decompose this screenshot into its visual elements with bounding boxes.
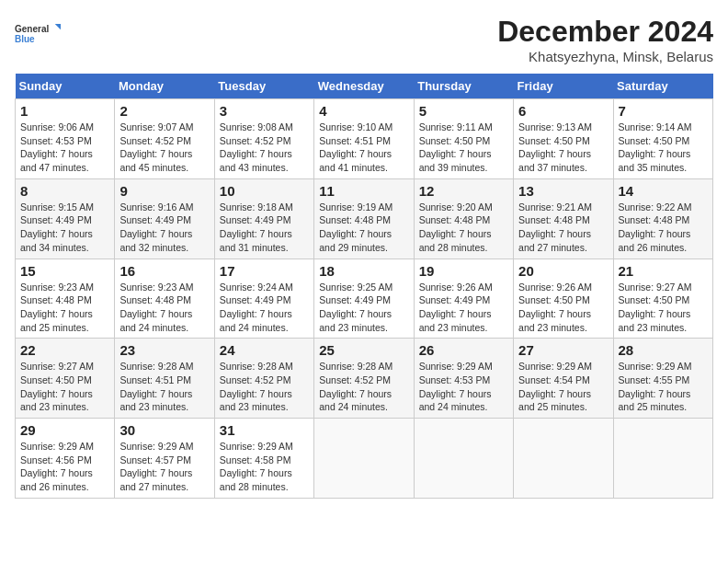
day-number: 26 (419, 342, 508, 358)
calendar-cell: 28Sunrise: 9:29 AM Sunset: 4:55 PM Dayli… (613, 339, 712, 419)
calendar-week-2: 8Sunrise: 9:15 AM Sunset: 4:49 PM Daylig… (16, 178, 713, 259)
calendar-cell: 15Sunrise: 9:23 AM Sunset: 4:48 PM Dayli… (16, 259, 115, 339)
day-info: Sunrise: 9:21 AM Sunset: 4:48 PM Dayligh… (518, 201, 608, 255)
calendar-cell: 12Sunrise: 9:20 AM Sunset: 4:48 PM Dayli… (414, 178, 513, 259)
calendar-cell: 7Sunrise: 9:14 AM Sunset: 4:50 PM Daylig… (613, 99, 712, 179)
day-info: Sunrise: 9:19 AM Sunset: 4:48 PM Dayligh… (319, 201, 408, 255)
day-number: 11 (319, 183, 408, 199)
day-number: 28 (619, 342, 708, 358)
day-number: 6 (518, 103, 608, 119)
day-number: 2 (119, 103, 209, 119)
day-number: 5 (419, 103, 508, 119)
day-info: Sunrise: 9:18 AM Sunset: 4:49 PM Dayligh… (220, 201, 309, 255)
header: General Blue December 2024 Khatsyezhyna,… (15, 15, 713, 64)
header-day-saturday: Saturday (613, 74, 712, 99)
day-number: 1 (20, 103, 109, 119)
header-day-thursday: Thursday (414, 74, 513, 99)
day-info: Sunrise: 9:22 AM Sunset: 4:48 PM Dayligh… (619, 201, 708, 255)
calendar-cell (414, 419, 513, 499)
day-info: Sunrise: 9:28 AM Sunset: 4:52 PM Dayligh… (319, 360, 408, 414)
day-info: Sunrise: 9:14 AM Sunset: 4:50 PM Dayligh… (619, 121, 708, 175)
day-info: Sunrise: 9:29 AM Sunset: 4:55 PM Dayligh… (619, 360, 708, 414)
calendar-cell (613, 419, 712, 499)
day-number: 17 (220, 263, 309, 279)
day-info: Sunrise: 9:27 AM Sunset: 4:50 PM Dayligh… (619, 281, 708, 335)
page-title: December 2024 (497, 15, 713, 49)
header-day-wednesday: Wednesday (314, 74, 414, 99)
day-number: 14 (619, 183, 708, 199)
day-info: Sunrise: 9:29 AM Sunset: 4:58 PM Dayligh… (220, 440, 309, 494)
day-info: Sunrise: 9:23 AM Sunset: 4:48 PM Dayligh… (20, 281, 109, 335)
day-number: 23 (119, 342, 209, 358)
day-number: 31 (220, 422, 309, 438)
day-number: 13 (518, 183, 608, 199)
calendar-cell: 23Sunrise: 9:28 AM Sunset: 4:51 PM Dayli… (115, 339, 214, 419)
calendar-header: SundayMondayTuesdayWednesdayThursdayFrid… (16, 74, 713, 99)
day-number: 20 (518, 263, 608, 279)
day-number: 21 (619, 263, 708, 279)
calendar-cell (514, 419, 613, 499)
day-info: Sunrise: 9:06 AM Sunset: 4:53 PM Dayligh… (20, 121, 109, 175)
day-info: Sunrise: 9:26 AM Sunset: 4:50 PM Dayligh… (518, 281, 608, 335)
day-number: 8 (20, 183, 109, 199)
day-info: Sunrise: 9:11 AM Sunset: 4:50 PM Dayligh… (419, 121, 508, 175)
calendar-cell: 13Sunrise: 9:21 AM Sunset: 4:48 PM Dayli… (514, 178, 613, 259)
logo: General Blue (15, 15, 61, 52)
calendar-cell: 25Sunrise: 9:28 AM Sunset: 4:52 PM Dayli… (314, 339, 414, 419)
calendar-cell: 22Sunrise: 9:27 AM Sunset: 4:50 PM Dayli… (16, 339, 115, 419)
day-number: 9 (119, 183, 209, 199)
day-info: Sunrise: 9:26 AM Sunset: 4:49 PM Dayligh… (419, 281, 508, 335)
day-info: Sunrise: 9:15 AM Sunset: 4:49 PM Dayligh… (20, 201, 109, 255)
day-info: Sunrise: 9:29 AM Sunset: 4:54 PM Dayligh… (518, 360, 608, 414)
day-info: Sunrise: 9:23 AM Sunset: 4:48 PM Dayligh… (119, 281, 209, 335)
day-info: Sunrise: 9:10 AM Sunset: 4:51 PM Dayligh… (319, 121, 408, 175)
calendar-cell: 1Sunrise: 9:06 AM Sunset: 4:53 PM Daylig… (16, 99, 115, 179)
calendar-cell: 9Sunrise: 9:16 AM Sunset: 4:49 PM Daylig… (115, 178, 214, 259)
day-number: 10 (220, 183, 309, 199)
calendar-table: SundayMondayTuesdayWednesdayThursdayFrid… (15, 74, 713, 499)
svg-marker-2 (55, 24, 61, 29)
day-info: Sunrise: 9:08 AM Sunset: 4:52 PM Dayligh… (220, 121, 309, 175)
calendar-week-1: 1Sunrise: 9:06 AM Sunset: 4:53 PM Daylig… (16, 99, 713, 179)
svg-text:Blue: Blue (15, 34, 35, 44)
day-number: 30 (119, 422, 209, 438)
day-number: 29 (20, 422, 109, 438)
logo-svg: General Blue (15, 15, 61, 52)
day-info: Sunrise: 9:24 AM Sunset: 4:49 PM Dayligh… (220, 281, 309, 335)
day-number: 3 (220, 103, 309, 119)
svg-text:General: General (15, 24, 49, 34)
calendar-cell: 17Sunrise: 9:24 AM Sunset: 4:49 PM Dayli… (214, 259, 313, 339)
day-number: 27 (518, 342, 608, 358)
header-day-monday: Monday (115, 74, 214, 99)
calendar-cell: 26Sunrise: 9:29 AM Sunset: 4:53 PM Dayli… (414, 339, 513, 419)
calendar-cell: 24Sunrise: 9:28 AM Sunset: 4:52 PM Dayli… (214, 339, 313, 419)
calendar-cell: 21Sunrise: 9:27 AM Sunset: 4:50 PM Dayli… (613, 259, 712, 339)
day-number: 19 (419, 263, 508, 279)
day-info: Sunrise: 9:20 AM Sunset: 4:48 PM Dayligh… (419, 201, 508, 255)
day-number: 12 (419, 183, 508, 199)
calendar-week-5: 29Sunrise: 9:29 AM Sunset: 4:56 PM Dayli… (16, 419, 713, 499)
calendar-cell: 30Sunrise: 9:29 AM Sunset: 4:57 PM Dayli… (115, 419, 214, 499)
header-day-sunday: Sunday (16, 74, 115, 99)
day-number: 16 (119, 263, 209, 279)
calendar-cell: 5Sunrise: 9:11 AM Sunset: 4:50 PM Daylig… (414, 99, 513, 179)
calendar-cell: 8Sunrise: 9:15 AM Sunset: 4:49 PM Daylig… (16, 178, 115, 259)
day-info: Sunrise: 9:27 AM Sunset: 4:50 PM Dayligh… (20, 360, 109, 414)
day-number: 25 (319, 342, 408, 358)
calendar-cell: 20Sunrise: 9:26 AM Sunset: 4:50 PM Dayli… (514, 259, 613, 339)
calendar-cell: 2Sunrise: 9:07 AM Sunset: 4:52 PM Daylig… (115, 99, 214, 179)
calendar-cell: 31Sunrise: 9:29 AM Sunset: 4:58 PM Dayli… (214, 419, 313, 499)
calendar-week-4: 22Sunrise: 9:27 AM Sunset: 4:50 PM Dayli… (16, 339, 713, 419)
calendar-cell: 19Sunrise: 9:26 AM Sunset: 4:49 PM Dayli… (414, 259, 513, 339)
day-number: 7 (619, 103, 708, 119)
day-info: Sunrise: 9:28 AM Sunset: 4:51 PM Dayligh… (119, 360, 209, 414)
calendar-cell: 29Sunrise: 9:29 AM Sunset: 4:56 PM Dayli… (16, 419, 115, 499)
day-info: Sunrise: 9:29 AM Sunset: 4:57 PM Dayligh… (119, 440, 209, 494)
calendar-cell (314, 419, 414, 499)
day-number: 4 (319, 103, 408, 119)
day-info: Sunrise: 9:16 AM Sunset: 4:49 PM Dayligh… (119, 201, 209, 255)
calendar-cell: 6Sunrise: 9:13 AM Sunset: 4:50 PM Daylig… (514, 99, 613, 179)
day-number: 18 (319, 263, 408, 279)
header-day-friday: Friday (514, 74, 613, 99)
day-number: 22 (20, 342, 109, 358)
